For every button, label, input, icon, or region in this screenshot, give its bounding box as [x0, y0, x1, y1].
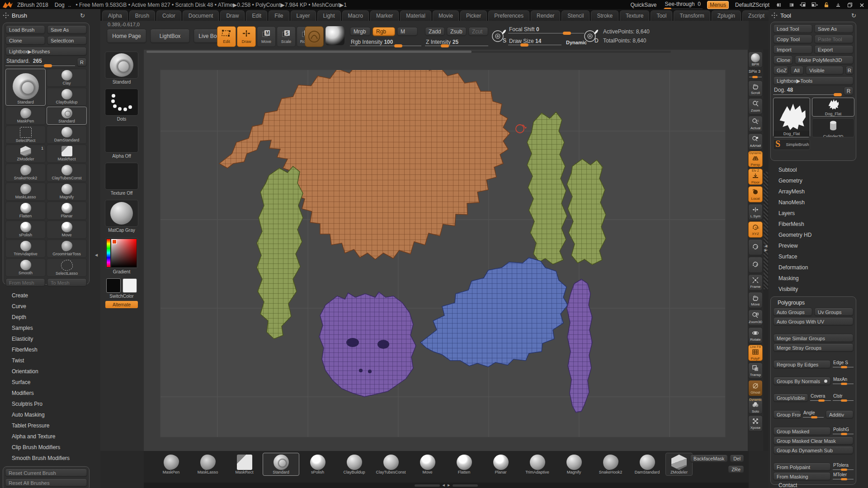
mesh-island-green-right1[interactable] — [527, 112, 567, 264]
menu-texture[interactable]: Texture — [620, 10, 649, 21]
strip-frame-button[interactable]: Frame — [748, 274, 763, 291]
canvas-viewport[interactable] — [144, 50, 749, 451]
brush-section-alpha-and-texture[interactable]: Alpha and Texture — [6, 431, 92, 442]
menu-zplugin[interactable]: Zplugin — [712, 10, 741, 21]
tray-brush-flatten[interactable]: Flatten — [446, 453, 482, 476]
strip-local-button[interactable]: Local — [748, 186, 763, 202]
del-button[interactable]: Del — [730, 455, 744, 463]
strip-transp-button[interactable]: Transp — [748, 362, 763, 379]
secondary-color-swatch[interactable] — [123, 278, 137, 293]
tool-thumb-simplebrush[interactable]: SSimpleBrush — [773, 139, 810, 150]
mode-move-button[interactable]: MMove — [257, 26, 276, 47]
stroke-picker-icon[interactable]: S — [490, 25, 508, 45]
brush-item-zmodeler[interactable]: 1ZModeler — [5, 145, 46, 163]
palette-refresh-icon[interactable]: ↻ — [80, 12, 85, 19]
strip-floor-button[interactable]: Elv ZFloor — [748, 169, 763, 185]
tray-brush-move[interactable]: Move — [409, 453, 446, 476]
menu-stencil[interactable]: Stencil — [561, 10, 590, 21]
menu-light[interactable]: Light — [317, 10, 341, 21]
tool-thumb-dog_flat[interactable]: Dog_Flat — [812, 98, 854, 117]
strip-polyf-button[interactable]: Line FillPolyF — [748, 345, 763, 361]
tool-section-masking[interactable]: Masking — [775, 273, 861, 284]
pg-groups-by-normals-button[interactable]: Groups By Normals — [773, 377, 831, 385]
menu-file[interactable]: File — [269, 10, 289, 21]
z-intensity-slider[interactable]: Z Intensity 25 — [425, 39, 488, 47]
tray-brush-snakehook2[interactable]: SnakeHook2 — [592, 453, 629, 476]
brush-item-groomhairtoss[interactable]: GroomHairToss — [47, 239, 87, 258]
brush-item-magnify[interactable]: Magnify — [47, 183, 87, 201]
close-button[interactable] — [858, 2, 865, 8]
brush-size-slider[interactable]: Standard. 265 — [5, 58, 75, 67]
tool-section-contact[interactable]: Contact — [775, 480, 861, 488]
current-material-thumb[interactable]: MatCap Gray — [104, 200, 140, 233]
menu-alpha[interactable]: Alpha — [102, 10, 128, 21]
button-reset-current-brush[interactable]: Reset Current Brush — [5, 469, 87, 477]
brush-section-create[interactable]: Create — [6, 290, 92, 301]
current-brush-thumb[interactable]: Standard — [104, 52, 140, 84]
strip-l.sym-button[interactable]: L.Sym — [748, 204, 763, 220]
pg-slider-angle[interactable]: Angle — [803, 410, 824, 419]
brush-item-claybuildup[interactable]: ClayBuildup — [47, 88, 87, 106]
tray-scroll-bar-right[interactable] — [453, 484, 478, 487]
to-mesh-button[interactable]: To Mesh — [47, 278, 87, 287]
menu-macro[interactable]: Macro — [342, 10, 369, 21]
brush-section-surface[interactable]: Surface — [6, 377, 92, 388]
palette-refresh-icon[interactable]: ↻ — [851, 12, 856, 19]
tool-slider-r-button[interactable]: R — [844, 87, 854, 96]
pg-from-polypaint-button[interactable]: From Polypaint — [773, 463, 831, 471]
brush-item-clay[interactable]: Clay — [47, 69, 87, 87]
strip-zoom-button[interactable]: Zoom — [748, 98, 763, 114]
tool-import-button[interactable]: Import — [773, 45, 812, 54]
tray-scroll-bar-left[interactable] — [415, 484, 440, 487]
menu-render[interactable]: Render — [531, 10, 560, 21]
tool-section-geometry[interactable]: Geometry — [775, 175, 861, 186]
strip-solo-button[interactable]: DynamicSolo — [748, 398, 763, 414]
polygroups-title[interactable]: Polygroups — [773, 299, 854, 308]
pg-uv-groups-button[interactable]: Uv Groups — [814, 308, 854, 316]
menu-tool[interactable]: Tool — [651, 10, 672, 21]
lightbox-button[interactable]: LightBox — [150, 29, 190, 43]
brush-item-claytubesconst[interactable]: ClayTubesConst — [47, 164, 87, 182]
home-page-button[interactable]: Home Page — [107, 29, 146, 43]
tool-visible-button[interactable]: Visible — [806, 66, 844, 75]
tool-section-nanomesh[interactable]: NanoMesh — [775, 197, 861, 208]
brush-item-standard[interactable]: Standard — [47, 107, 87, 125]
pg-slider-maxan[interactable]: MaxAn — [833, 377, 854, 385]
tray-brush-maskpen[interactable]: MaskPen — [153, 453, 189, 476]
from-mesh-button[interactable]: From Mesh — [5, 278, 45, 287]
pg-additiv-button[interactable]: Additiv — [826, 410, 854, 419]
brush-item-selectlasso[interactable]: SelectLasso — [47, 258, 87, 277]
tool-make-polymesh3d-button[interactable]: Make PolyMesh3D — [795, 56, 854, 65]
mesh-island-green-right2[interactable] — [567, 159, 606, 265]
brush-section-elasticity[interactable]: Elasticity — [6, 333, 92, 344]
pg-auto-groups-with-uv-button[interactable]: Auto Groups With UV — [773, 317, 854, 326]
brush-item-move[interactable]: Move — [47, 221, 87, 239]
tray-brush-maskrect[interactable]: MaskRect — [226, 453, 263, 476]
doc-size-down-icon[interactable] — [799, 2, 807, 8]
tool-thumb-cylinder3d[interactable]: Cylinder3D — [812, 118, 854, 137]
menu-transform[interactable]: Transform — [674, 10, 710, 21]
pg-groupvisible-button[interactable]: GroupVisible — [773, 394, 808, 402]
menu-stroke[interactable]: Stroke — [591, 10, 618, 21]
brush-palette-header[interactable]: Brush ↻ — [3, 11, 89, 20]
button-reset-all-brushes[interactable]: Reset All Brushes — [5, 479, 87, 487]
tool-section-subtool[interactable]: Subtool — [775, 164, 861, 175]
brush-item-selectrect[interactable]: SelectRect — [5, 126, 46, 144]
sculpt-zadd-button[interactable]: Zadd — [425, 27, 445, 36]
pg-slider-ptolera[interactable]: PTolera — [833, 463, 854, 471]
menu-zscript[interactable]: Zscript — [742, 10, 770, 21]
tray-brush-planar[interactable]: Planar — [482, 453, 519, 476]
brush-section-samples[interactable]: Samples — [6, 323, 92, 333]
brush-item-damstandard[interactable]: DamStandard — [47, 126, 87, 144]
tool-all-button[interactable]: All — [790, 66, 804, 75]
material-sphere-thumb[interactable] — [326, 26, 344, 45]
brush-slider-r-button[interactable]: R — [77, 58, 87, 67]
brush-item-masklasso[interactable]: MaskLasso — [5, 183, 46, 201]
tray-brush-trimadaptive[interactable]: TrimAdaptive — [519, 453, 556, 476]
tool-section-layers[interactable]: Layers — [775, 208, 861, 219]
brush-item-maskpen[interactable]: MaskPen — [5, 107, 46, 125]
menu-marker[interactable]: Marker — [370, 10, 399, 21]
pg-group-front-button[interactable]: Group Front — [773, 410, 801, 419]
restore-button[interactable] — [846, 2, 854, 8]
tool-thumb-big[interactable]: Dog_Flat — [773, 98, 810, 137]
